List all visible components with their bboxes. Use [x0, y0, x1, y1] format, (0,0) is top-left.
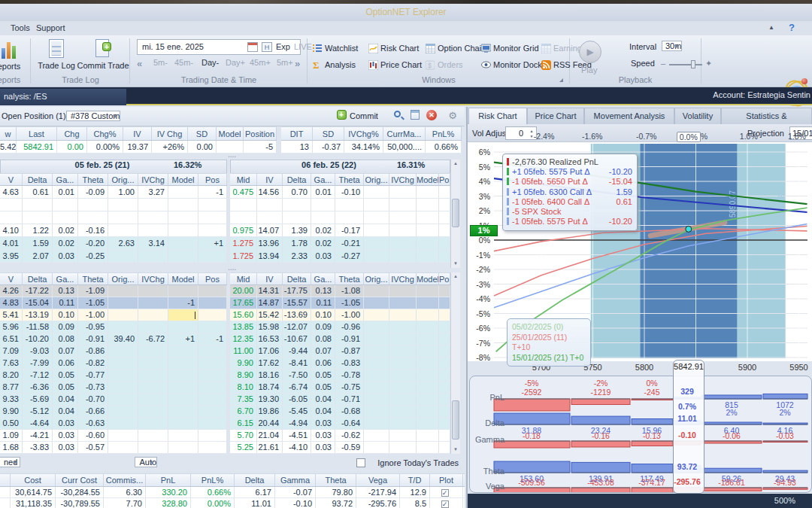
- chain-row[interactable]: 1.68-3.830.03-0.57: [0, 442, 227, 454]
- column-header[interactable]: PnL: [146, 474, 191, 486]
- exp-label[interactable]: Exp: [276, 40, 290, 54]
- close-position-icon[interactable]: ✕: [426, 110, 438, 122]
- column-header[interactable]: Commis...: [104, 474, 146, 486]
- chain-row[interactable]: 13.8515.98-12.070.09-0.96: [230, 321, 450, 333]
- column-header[interactable]: SD: [188, 127, 217, 140]
- column-header[interactable]: PnL%: [191, 474, 235, 486]
- chain-row[interactable]: 4.101.220.02-0.16: [0, 224, 227, 237]
- column-header[interactable]: V: [0, 273, 23, 284]
- nav-45m-plus[interactable]: 45m+: [250, 58, 271, 67]
- trade-row[interactable]: 30,614.75-30,284.556.30330.200.66%6.17-0…: [0, 487, 465, 498]
- column-header[interactable]: IV Chg: [152, 127, 188, 140]
- chain-row[interactable]: 8.1018.74-6.740.05-0.75: [230, 382, 450, 394]
- risk-chart-button[interactable]: Risk Chart: [368, 42, 419, 54]
- chain-row[interactable]: 11.0017.06-9.440.07-0.87: [230, 345, 450, 357]
- scroll-down-icon[interactable]: ▼: [451, 446, 460, 454]
- chain-row[interactable]: 5.41-13.190.10-1.00: [0, 309, 227, 321]
- monitor-dock-button[interactable]: Monitor Dock: [481, 59, 542, 71]
- play-button[interactable]: ▶: [579, 41, 601, 63]
- column-header[interactable]: w: [0, 127, 17, 140]
- scroll-down-icon[interactable]: ▼: [451, 260, 460, 268]
- speed-minus-icon[interactable]: –: [661, 59, 665, 68]
- chain-row[interactable]: 5.2521.61-4.100.03-0.59: [230, 442, 450, 454]
- column-header[interactable]: Delta: [23, 174, 53, 185]
- tab-statistics-fundamentals[interactable]: Statistics & Fundamentals: [721, 108, 812, 124]
- column-header[interactable]: Position: [244, 127, 277, 140]
- chain-row[interactable]: 4.011.590.02-0.202.633.14+1: [0, 237, 227, 250]
- chain-row[interactable]: 0.97514.071.390.02-0.17: [230, 224, 450, 237]
- column-header[interactable]: Plot: [430, 474, 463, 486]
- column-header[interactable]: Theta: [316, 474, 356, 486]
- column-header[interactable]: Ga...: [311, 174, 335, 185]
- chain-row[interactable]: 6.1520.44-4.940.03-0.64: [230, 418, 450, 430]
- chain-row[interactable]: 0.50-4.640.03-0.63: [0, 418, 227, 430]
- tab-analysis-es[interactable]: nalysis: /ES: [0, 89, 126, 105]
- analysis-button[interactable]: ΣAnalysis: [313, 59, 356, 71]
- price-chart-button[interactable]: Price Chart: [368, 59, 422, 71]
- speed-slider-thumb[interactable]: [691, 60, 695, 68]
- chain-row[interactable]: [230, 211, 450, 224]
- scrollbar-thumb[interactable]: [452, 199, 459, 227]
- view-mode-select[interactable]: ned: [0, 457, 20, 467]
- help-icon[interactable]: ?: [789, 22, 795, 33]
- column-header[interactable]: Cost: [11, 474, 56, 486]
- column-header[interactable]: Orig...: [108, 174, 138, 185]
- chain-row[interactable]: 4.26-17.220.13-1.09: [0, 285, 227, 297]
- chain-row[interactable]: 4.83-15.040.11-1.05-1: [0, 297, 227, 309]
- calendar-icon[interactable]: [247, 42, 258, 52]
- menu-tools[interactable]: Tools: [6, 23, 35, 35]
- tab-risk-chart[interactable]: Risk Chart: [468, 108, 527, 124]
- chain-row[interactable]: 5.96-11.580.09-0.95: [0, 321, 227, 333]
- column-header[interactable]: Delta: [23, 273, 53, 284]
- chain-row[interactable]: 1.09-4.210.03-0.60: [0, 430, 227, 442]
- column-header[interactable]: Mid: [230, 174, 257, 185]
- column-header[interactable]: Curr Cost: [56, 474, 104, 486]
- trading-date-field[interactable]: mi. 15 ene. 2025 H Exp LIVE: [137, 39, 301, 55]
- column-header[interactable]: V: [0, 174, 23, 185]
- column-header[interactable]: SD: [313, 127, 344, 140]
- column-header[interactable]: IV: [123, 127, 152, 140]
- column-header[interactable]: Pos: [198, 174, 227, 185]
- tab-movement-analysis[interactable]: Movement Analysis: [584, 108, 674, 124]
- trade-row[interactable]: 31,118.35-30,789.557.70328.800.00%11.01-…: [0, 498, 465, 508]
- column-header[interactable]: Theta: [335, 174, 364, 185]
- strategy-select[interactable]: #378 Custom: [66, 111, 120, 121]
- chain-row[interactable]: 0.47514.560.700.01-0.10: [230, 186, 450, 199]
- column-header[interactable]: Orig...: [364, 273, 389, 284]
- gear-icon[interactable]: ⚙: [447, 110, 459, 122]
- export-grid-icon[interactable]: [409, 110, 421, 122]
- column-header[interactable]: Gamma: [275, 474, 316, 486]
- monitor-grid-button[interactable]: Monitor Grid: [481, 42, 539, 54]
- reports-button[interactable]: eports: [0, 39, 29, 71]
- commit-button[interactable]: Commit: [350, 111, 378, 120]
- nav-back-icon[interactable]: «: [137, 58, 142, 69]
- search-icon[interactable]: [391, 110, 403, 122]
- nav-day-minus[interactable]: Day-: [201, 58, 219, 67]
- column-header[interactable]: Model: [417, 273, 439, 284]
- plot-checkbox[interactable]: ✓: [441, 500, 449, 508]
- chain-row[interactable]: 8.9018.16-7.500.05-0.78: [230, 370, 450, 382]
- nav-day-plus[interactable]: Day+: [226, 58, 245, 67]
- checkbox-icon[interactable]: [356, 458, 365, 467]
- chain-row[interactable]: 6.7019.86-5.450.04-0.68: [230, 406, 450, 418]
- column-header[interactable]: [0, 474, 11, 486]
- column-header[interactable]: IVChg: [138, 174, 168, 185]
- column-header[interactable]: Theta: [78, 273, 108, 284]
- chain-row[interactable]: 9.90-5.120.04-0.66: [0, 406, 227, 418]
- column-header[interactable]: IVChg: [138, 273, 168, 284]
- column-header[interactable]: Pos: [439, 273, 450, 284]
- column-header[interactable]: Pos: [198, 273, 227, 284]
- column-header[interactable]: Chg%: [87, 127, 123, 140]
- column-header[interactable]: IVChg: [389, 273, 417, 284]
- chain-row[interactable]: [0, 211, 227, 224]
- scrollbar-vertical[interactable]: ▲ ▼: [450, 160, 460, 268]
- column-header[interactable]: Model: [217, 127, 244, 140]
- chain-row[interactable]: 12.3516.53-10.670.08-0.91: [230, 333, 450, 345]
- ignore-trades-checkbox[interactable]: [356, 458, 365, 467]
- column-header[interactable]: Last: [17, 127, 57, 140]
- chain-row[interactable]: 15.6015.42-13.690.10-1.00: [230, 309, 450, 321]
- chain-row[interactable]: [0, 199, 227, 211]
- commit-icon[interactable]: +: [335, 110, 347, 122]
- chain-row[interactable]: 5.7021.04-4.510.03-0.62: [230, 430, 450, 442]
- collapse-ribbon-icon[interactable]: ▲: [768, 24, 774, 31]
